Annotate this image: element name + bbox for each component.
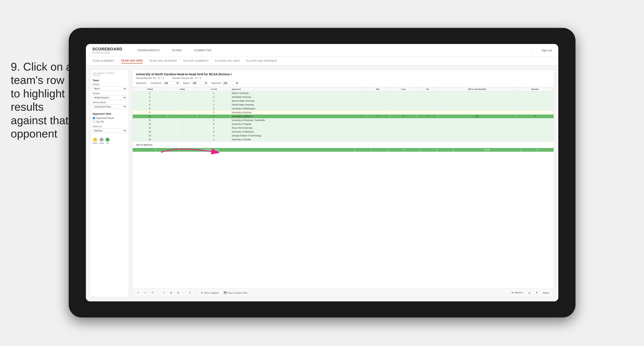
table-row[interactable]: 4-1Arizona State University (133, 99, 554, 103)
colour-by-label: Colour by (92, 125, 126, 128)
grid-title: University of North Carolina Head-to-Hea… (136, 72, 550, 76)
overall-record: Overall Record: 89 - 17 - 0 (136, 77, 164, 79)
nav-teams[interactable]: TEAMS (170, 48, 184, 53)
division-record: Division Record: 88 - 17 - 0 (172, 77, 201, 79)
table-header-row: # Rank # Reg # Conf Opponent Win Loss Ti… (133, 87, 554, 91)
subnav-team-summary[interactable]: TEAM SUMMARY (92, 58, 115, 63)
region-label: Region (183, 82, 190, 84)
region-filter: Region (All) (183, 81, 208, 85)
gender-select[interactable]: Men's (92, 86, 126, 91)
legend-dot-up (106, 138, 110, 142)
col-opponent: Opponent (230, 87, 366, 91)
table-row[interactable]: 9-3University of Arizona (133, 111, 554, 115)
nav-tournaments[interactable]: TOURNAMENTS (135, 48, 162, 53)
logo-sub: Powered by clippd (92, 51, 122, 54)
col-reg: # Reg (167, 87, 197, 91)
division-select[interactable]: NCAA Division I (92, 95, 126, 100)
save-custom-button[interactable]: 💾 Save Custom View (222, 291, 249, 295)
undo-button[interactable]: ↩ (136, 291, 140, 295)
radio-top100[interactable]: Top 100 (92, 120, 126, 123)
division-label: Division (92, 92, 126, 95)
table-row[interactable]: 8-2University of Washington (133, 107, 554, 111)
table-row[interactable]: 11-6University of Arkansas, Fayetteville (133, 118, 554, 122)
last-updated: Last Updated: 27/03/2024 16:55:38 (92, 72, 126, 76)
region-select[interactable]: (All) (191, 81, 208, 85)
opponent-view-title: Opponent View (92, 112, 126, 115)
out-of-division-table: NCAA Division II 1 0 0 26.00 3 (132, 148, 554, 152)
tablet-device: SCOREBOARD Powered by clippd TOURNAMENTS… (69, 28, 576, 318)
conference-label: Conference (150, 82, 162, 84)
subnav-player-h2h-heatmap[interactable]: PLAYER H2H HEATMAP (246, 58, 277, 63)
legend-label-up: Up (106, 142, 109, 144)
table-row[interactable]: 2-1Auburn University (133, 91, 554, 95)
toolbar-paste[interactable]: ⊟ (176, 291, 180, 295)
legend-label-down: Down (92, 142, 98, 144)
grid-header: University of North Carolina Head-to-Hea… (132, 70, 554, 87)
share-button[interactable]: Share (542, 291, 550, 295)
col-diff: Diff Av Strokes/Rnd (438, 87, 516, 91)
save-icon: 💾 (224, 291, 227, 294)
table-row[interactable]: 12-3University of Virginia (133, 122, 554, 126)
redo-button[interactable]: ↪ (143, 291, 148, 295)
colour-select[interactable]: Win/loss (92, 128, 126, 133)
filter-row: Opponents: Conference (All) Region (All) (136, 81, 550, 85)
step-number: 9. (11, 60, 20, 73)
bottom-toolbar: ↩ ↪ ↺ ✂ ⊞ ⊟ ⏱ 👁 View: Original 💾 (132, 288, 554, 297)
nav-separator: | (532, 49, 533, 52)
toolbar-copy[interactable]: ⊞ (169, 291, 173, 295)
legend-dot-down (93, 138, 97, 142)
toolbar-divider-2 (184, 291, 184, 295)
toolbar-clock[interactable]: ⏱ (188, 291, 192, 295)
grid-table-wrapper: # Rank # Reg # Conf Opponent Win Loss Ti… (132, 87, 554, 288)
conference-filter: Conference (All) (150, 81, 180, 85)
table-row[interactable]: 15-4Georgia Institute of Technology (133, 134, 554, 138)
toolbar-divider-3 (196, 291, 196, 295)
table-row[interactable]: 3-2Vanderbilt University (133, 95, 554, 99)
school-label: School (Rank) (92, 101, 126, 104)
logo-area: SCOREBOARD Powered by clippd (92, 47, 122, 54)
subnav-team-h2h-grid[interactable]: TEAM H2H GRID (121, 58, 143, 63)
toolbar-print[interactable]: 🖨 (527, 291, 532, 295)
col-conf: # Conf (197, 87, 230, 91)
out-of-division-row[interactable]: NCAA Division II 1 0 0 26.00 3 (133, 148, 554, 152)
radio-opponents-played[interactable]: Opponents Played (92, 117, 126, 119)
out-of-division-label: Out of division (132, 142, 554, 148)
legend-area: Down Level Up (92, 138, 126, 144)
toolbar-cut[interactable]: ✂ (162, 291, 166, 295)
col-rank: # Rank (133, 87, 167, 91)
opponent-filter-label: Opponent (211, 82, 221, 84)
col-tie: Tie (417, 87, 438, 91)
table-row[interactable]: 14-2University of Oklahoma (133, 130, 554, 134)
table-row[interactable]: 11-5University of Alabama3002.618 (133, 115, 554, 118)
right-panel: University of North Carolina Head-to-Hea… (132, 70, 554, 297)
table-row[interactable]: 6-2Florida State University (133, 103, 554, 107)
toolbar-divider-1 (158, 291, 158, 295)
nav-bar: SCOREBOARD Powered by clippd TOURNAMENTS… (86, 44, 558, 57)
conference-select[interactable]: (All) (162, 81, 180, 85)
table-row[interactable]: 13-1Texas Tech University (133, 126, 554, 130)
legend-label-level: Level (99, 142, 104, 144)
opponent-select[interactable]: (All) (222, 81, 239, 85)
view-icon: 👁 (201, 292, 203, 294)
table-row[interactable]: 16-1University of Florida (133, 138, 554, 142)
tablet-screen: SCOREBOARD Powered by clippd TOURNAMENTS… (86, 44, 558, 301)
logo-text: SCOREBOARD (92, 47, 122, 51)
subnav-player-summary[interactable]: PLAYER SUMMARY (184, 58, 209, 63)
team-section-title: Team (92, 79, 126, 82)
grid-table: # Rank # Reg # Conf Opponent Win Loss Ti… (132, 87, 554, 142)
gender-label: Gender (92, 83, 126, 86)
col-loss: Loss (390, 87, 417, 91)
grid-records: Overall Record: 89 - 17 - 0 Division Rec… (136, 77, 550, 79)
toolbar-export[interactable]: ⬇ (534, 291, 539, 295)
reset-button[interactable]: ↺ (150, 291, 154, 295)
sign-out-button[interactable]: Sign out (542, 49, 552, 52)
subnav-team-h2h-heatmap[interactable]: TEAM H2H HEATMAP (149, 58, 177, 63)
view-original-button[interactable]: 👁 View: Original (200, 291, 220, 295)
watch-button[interactable]: 👁 Watch ▾ (510, 291, 524, 295)
col-rounds: Rounds (516, 87, 554, 91)
instruction-text: 9. Click on a team's row to highlight re… (11, 60, 73, 140)
opponent-filter: Opponent (All) (211, 81, 239, 85)
nav-committee[interactable]: COMMITTEE (192, 48, 214, 53)
subnav-player-h2h-grid[interactable]: PLAYER H2H GRID (215, 58, 240, 63)
school-select[interactable]: University of Nort... (92, 104, 126, 109)
